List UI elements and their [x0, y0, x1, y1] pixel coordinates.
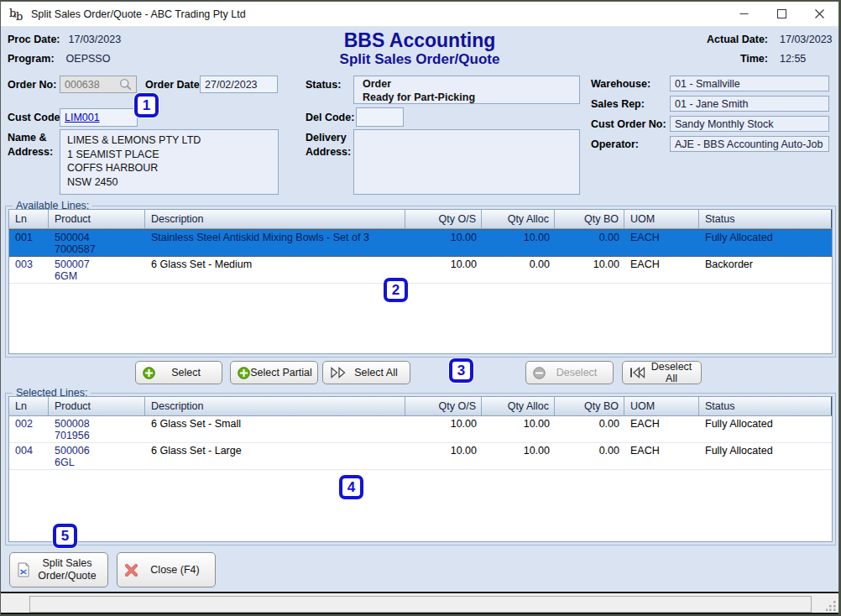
- status-line-2: Ready for Part-Picking: [363, 91, 571, 105]
- deselect-all-button[interactable]: Deselect All: [622, 361, 702, 384]
- order-date-label: Order Date:: [145, 79, 203, 91]
- split-document-icon: [17, 562, 30, 577]
- sales-rep-value: 01 - Jane Smith: [675, 98, 749, 110]
- annotation-badge-3: 3: [449, 358, 473, 383]
- minimize-icon: [739, 9, 749, 18]
- cust-code-label: Cust Code:: [8, 112, 64, 123]
- cust-order-no-field[interactable]: Sandy Monthly Stock: [670, 116, 829, 132]
- column-header-qty-os[interactable]: Qty O/S: [405, 397, 482, 415]
- sales-rep-field[interactable]: 01 - Jane Smith: [670, 96, 829, 112]
- product-cell: 500004 7000587: [49, 230, 145, 256]
- red-x-icon: [124, 563, 138, 577]
- name-address-line-3: COFFS HARBOUR: [67, 161, 271, 175]
- cust-code-field[interactable]: LIM001: [60, 108, 138, 127]
- close-icon: [815, 9, 824, 18]
- time-label: Time:: [740, 53, 768, 65]
- available-lines-header: Ln Product Description Qty O/S Qty Alloc…: [9, 210, 832, 229]
- svg-text:s: s: [13, 13, 17, 19]
- window-title: Split Sales Order/Quote - ABC Trading Pt…: [31, 8, 246, 20]
- annotation-badge-4: 4: [339, 475, 363, 499]
- name-address-line-2: 1 SEAMIST PLACE: [67, 148, 271, 162]
- warehouse-value: 01 - Smallville: [675, 78, 740, 90]
- select-button[interactable]: Select: [135, 361, 222, 384]
- app-logo-icon: b b s: [8, 6, 25, 23]
- del-code-label: Del Code:: [306, 112, 354, 123]
- double-left-chevron-icon: [629, 367, 647, 378]
- order-no-label: Order No:: [8, 79, 56, 91]
- annotation-badge-1: 1: [134, 93, 159, 117]
- delivery-address-label-1: Delivery: [306, 132, 347, 144]
- product-cell: 500006 6GL: [49, 443, 145, 469]
- operator-field[interactable]: AJE - BBS Accounting Auto-Job: [670, 136, 829, 152]
- title-bar: b b s Split Sales Order/Quote - ABC Trad…: [1, 2, 838, 27]
- name-address-label-2: Address:: [8, 146, 53, 158]
- product-cell: 500008 701956: [49, 416, 145, 442]
- time-value: 12:55: [780, 53, 806, 65]
- screen-title: Split Sales Order/Quote: [1, 51, 838, 68]
- split-button-label: Split Sales Order/Quote: [30, 557, 104, 582]
- lookup-magnifier-icon[interactable]: [119, 78, 132, 91]
- column-header-qty-os[interactable]: Qty O/S: [405, 210, 482, 228]
- delivery-address-box[interactable]: [353, 129, 580, 195]
- resize-grip[interactable]: [826, 600, 837, 611]
- column-header-description[interactable]: Description: [145, 210, 405, 228]
- minus-icon: [533, 367, 546, 379]
- column-header-qty-bo[interactable]: Qty BO: [555, 210, 624, 228]
- column-header-qty-alloc[interactable]: Qty Alloc: [482, 210, 555, 228]
- selected-lines-header: Ln Product Description Qty O/S Qty Alloc…: [9, 397, 832, 416]
- minimize-button[interactable]: [725, 2, 763, 26]
- product-cell: 500007 6GM: [49, 257, 145, 283]
- column-header-qty-alloc[interactable]: Qty Alloc: [482, 397, 555, 415]
- double-right-chevron-icon: [330, 367, 347, 378]
- column-header-status[interactable]: Status: [699, 210, 832, 228]
- cust-order-no-label: Cust Order No:: [591, 118, 666, 130]
- svg-text:b: b: [16, 10, 23, 23]
- column-header-uom[interactable]: UOM: [624, 210, 699, 228]
- cust-order-no-value: Sandy Monthly Stock: [675, 118, 773, 130]
- select-partial-button[interactable]: Select Partial: [230, 361, 318, 384]
- selected-lines-group: Selected Lines: Ln Product Description Q…: [5, 393, 836, 546]
- annotation-badge-5: 5: [53, 524, 77, 548]
- del-code-field[interactable]: [356, 107, 404, 127]
- deselect-button[interactable]: Deselect: [525, 361, 614, 384]
- close-window-button[interactable]: [801, 2, 838, 26]
- select-all-button[interactable]: Select All: [322, 361, 410, 384]
- cust-code-link[interactable]: LIM001: [65, 112, 100, 123]
- close-button[interactable]: Close (F4): [117, 552, 216, 587]
- available-lines-table: Ln Product Description Qty O/S Qty Alloc…: [8, 209, 833, 354]
- name-address-line-1: LIMES & LEMONS PTY LTD: [67, 133, 271, 148]
- selected-lines-table: Ln Product Description Qty O/S Qty Alloc…: [8, 396, 833, 542]
- table-row[interactable]: 002 500008 701956 6 Glass Set - Small 10…: [9, 416, 832, 443]
- table-row[interactable]: 004 500006 6GL 6 Glass Set - Large 10.00…: [9, 443, 832, 470]
- operator-value: AJE - BBS Accounting Auto-Job: [675, 138, 823, 150]
- column-header-qty-bo[interactable]: Qty BO: [555, 397, 624, 415]
- order-date-field[interactable]: 27/02/2023: [200, 76, 278, 93]
- annotation-badge-2: 2: [384, 278, 408, 302]
- column-header-status[interactable]: Status: [699, 397, 832, 415]
- warehouse-field[interactable]: 01 - Smallville: [670, 76, 829, 91]
- name-address-line-4: NSW 2450: [67, 175, 271, 190]
- status-message-field: [29, 596, 812, 613]
- column-header-ln[interactable]: Ln: [9, 210, 49, 228]
- column-header-product[interactable]: Product: [49, 397, 145, 415]
- table-row[interactable]: 003 500007 6GM 6 Glass Set - Medium 10.0…: [9, 257, 832, 284]
- order-no-field[interactable]: 000638: [60, 76, 137, 93]
- warehouse-label: Warehouse:: [591, 78, 650, 90]
- name-address-label-1: Name &: [8, 132, 47, 144]
- table-row[interactable]: 001 500004 7000587 Stainless Steel Antis…: [9, 229, 832, 257]
- split-sales-order-button[interactable]: Split Sales Order/Quote: [9, 552, 108, 587]
- status-label: Status:: [306, 79, 341, 91]
- status-box: Order Ready for Part-Picking: [353, 76, 580, 104]
- column-header-ln[interactable]: Ln: [9, 397, 49, 415]
- sales-rep-label: Sales Rep:: [591, 98, 645, 110]
- column-header-uom[interactable]: UOM: [624, 397, 699, 415]
- actual-date-label: Actual Date:: [707, 34, 768, 45]
- plus-icon: [143, 367, 155, 379]
- status-bar: [1, 592, 838, 614]
- column-header-description[interactable]: Description: [145, 397, 405, 415]
- maximize-button[interactable]: [763, 2, 801, 26]
- desktop: b b s Split Sales Order/Quote - ABC Trad…: [0, 0, 841, 616]
- status-line-1: Order: [363, 78, 571, 91]
- column-header-product[interactable]: Product: [49, 210, 145, 228]
- maximize-icon: [777, 9, 786, 18]
